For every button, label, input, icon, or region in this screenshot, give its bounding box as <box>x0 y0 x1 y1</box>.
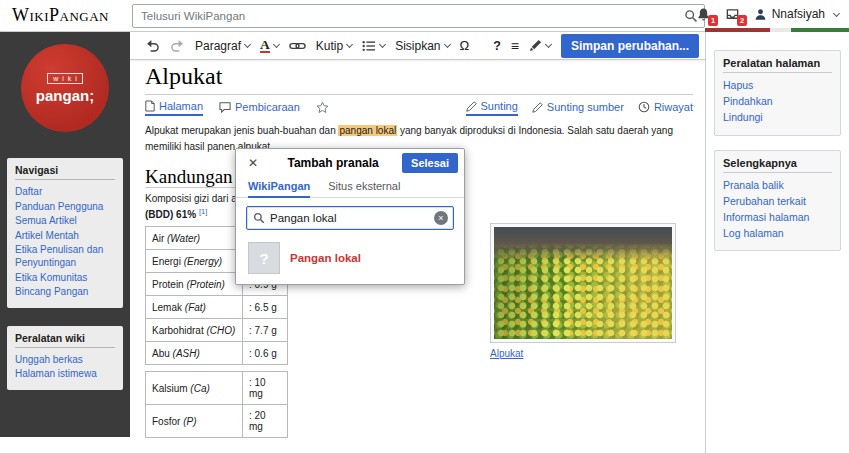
sidebar-section-title: Peralatan halaman <box>723 57 832 73</box>
nutrient-name: Protein <box>152 279 184 290</box>
result-page-title: Pangan lokal <box>290 252 361 264</box>
link-button[interactable] <box>284 32 311 59</box>
nutrient-value: : 10 mg <box>243 372 288 405</box>
sidebar-item-unggah-berkas[interactable]: Unggah berkas <box>15 353 115 366</box>
tab-label: Pembicaraan <box>235 101 300 113</box>
page-tools-sidebar: Peralatan halaman Hapus Pindahkan Lindun… <box>705 32 849 453</box>
help-icon: ? <box>493 39 501 53</box>
visual-editor-toolbar: Paragraf A Kutip Sisipkan Ω ? ≡ <box>130 32 705 60</box>
clear-icon[interactable]: × <box>434 211 448 225</box>
tab-label: Riwayat <box>654 101 693 113</box>
insert-dropdown[interactable]: Sisipkan <box>390 32 454 59</box>
sidebar-section-title: Peralatan wiki <box>15 332 115 348</box>
left-sidebar: wiki pangan; Navigasi Daftar Panduan Pen… <box>0 32 130 437</box>
redo-button[interactable] <box>165 32 190 59</box>
tab-sunting[interactable]: Sunting <box>466 100 518 116</box>
sidebar-item-lindungi[interactable]: Lindungi <box>723 110 832 124</box>
link-search-input[interactable] <box>270 212 434 224</box>
tab-riwayat[interactable]: Riwayat <box>638 100 693 116</box>
page-options-button[interactable]: ≡ <box>506 32 524 59</box>
paragraph-format-dropdown[interactable]: Paragraf <box>190 32 255 59</box>
alerts-button[interactable]: 1 <box>696 7 711 22</box>
sidebar-item-log-halaman[interactable]: Log halaman <box>723 226 832 240</box>
undo-button[interactable] <box>140 32 165 59</box>
nutrient-name: Lemak <box>152 302 182 313</box>
sidebar-item-hapus[interactable]: Hapus <box>723 78 832 92</box>
alerts-badge: 1 <box>708 15 717 26</box>
redo-icon <box>170 39 185 52</box>
page-title: Alpukat <box>145 63 693 95</box>
cite-dropdown[interactable]: Kutip <box>311 32 357 59</box>
search-icon <box>247 212 270 224</box>
text-style-icon: A <box>260 38 270 53</box>
wiki-logo[interactable]: wiki pangan; <box>21 44 109 132</box>
sidebar-item-pindahkan[interactable]: Pindahkan <box>723 94 832 108</box>
page-tabs: Halaman Pembicaraan Sunting <box>145 100 693 116</box>
logo-word-top: wiki <box>47 73 83 84</box>
done-button[interactable]: Selesai <box>402 153 458 173</box>
sidebar-section-peralatan-wiki: Peralatan wiki Unggah berkas Halaman ist… <box>7 326 123 390</box>
theme-stripe <box>705 28 849 32</box>
tab-label: Sunting sumber <box>547 101 624 113</box>
nutrient-name: Air <box>152 233 164 244</box>
user-icon <box>754 8 767 21</box>
chevron-down-icon <box>379 41 386 48</box>
search-input[interactable] <box>133 10 682 22</box>
sidebar-item-etika-penulisan[interactable]: Etika Penulisan dan Penyuntingan <box>15 243 115 269</box>
tab-wikipangan[interactable]: WikiPangan <box>248 177 310 198</box>
help-button[interactable]: ? <box>488 32 506 59</box>
sidebar-item-pranala-balik[interactable]: Pranala balik <box>723 178 832 192</box>
nutrient-name-en: (CHO) <box>206 325 235 336</box>
list-structure-dropdown[interactable] <box>357 32 390 59</box>
sidebar-item-bincang-pangan[interactable]: Bincang Pangan <box>15 285 115 298</box>
cite-label: Kutip <box>316 39 343 53</box>
edit-mode-dropdown[interactable] <box>524 32 556 59</box>
tab-situs-eksternal[interactable]: Situs eksternal <box>328 177 400 197</box>
special-character-button[interactable]: Ω <box>455 32 475 59</box>
messages-button[interactable]: 2 <box>725 7 740 22</box>
nutrient-name: Energi <box>152 256 181 267</box>
tab-pembicaraan[interactable]: Pembicaraan <box>219 101 300 115</box>
selected-link-text[interactable]: pangan lokal <box>338 125 397 136</box>
bullet-list-icon <box>362 40 376 52</box>
sidebar-item-informasi-halaman[interactable]: Informasi halaman <box>723 210 832 224</box>
tab-halaman[interactable]: Halaman <box>145 100 203 116</box>
paragraph-format-label: Paragraf <box>195 39 241 53</box>
link-icon <box>289 41 306 51</box>
article-image-frame[interactable] <box>490 223 676 343</box>
tab-sunting-sumber[interactable]: Sunting sumber <box>532 100 624 116</box>
placeholder-icon: ? <box>248 242 280 274</box>
close-icon[interactable]: ✕ <box>242 154 264 172</box>
logo-word-main: pangan; <box>36 87 94 104</box>
sidebar-item-halaman-istimewa[interactable]: Halaman istimewa <box>15 367 115 380</box>
talk-icon <box>219 102 231 113</box>
dialog-title: Tambah pranala <box>264 156 402 170</box>
site-wordmark[interactable]: WikiPangan <box>12 5 109 26</box>
stripe-green <box>791 28 849 32</box>
sidebar-item-daftar[interactable]: Daftar <box>15 185 115 198</box>
reference-link[interactable]: [1] <box>199 207 207 216</box>
nutrient-name-en: (P) <box>183 416 196 427</box>
sidebar-section-selengkapnya: Selengkapnya Pranala balik Perubahan ter… <box>714 150 841 252</box>
undo-icon <box>145 39 160 52</box>
watch-star-button[interactable] <box>316 101 329 116</box>
insert-label: Sisipkan <box>395 39 440 53</box>
nutrient-name: Fosfor <box>152 416 180 427</box>
sidebar-item-etika-komunitas[interactable]: Etika Komunitas <box>15 271 115 284</box>
sidebar-item-artikel-mentah[interactable]: Artikel Mentah <box>15 229 115 242</box>
link-search-field: × <box>246 206 454 230</box>
nutrient-name: Karbohidrat <box>152 325 204 336</box>
sidebar-item-perubahan-terkait[interactable]: Perubahan terkait <box>723 194 832 208</box>
save-changes-button[interactable]: Simpan perubahan... <box>561 34 699 58</box>
image-caption-link[interactable]: Alpukat <box>490 348 523 359</box>
nutrient-name: Kalsium <box>152 383 188 394</box>
sidebar-item-panduan-pengguna[interactable]: Panduan Pengguna <box>15 200 115 213</box>
user-menu[interactable]: Nnafsiyah <box>754 7 839 21</box>
link-search-result[interactable]: ? Pangan lokal <box>236 236 464 284</box>
table-row: Lemak (Fat) : 6.5 g <box>146 296 288 319</box>
sidebar-item-semua-artikel[interactable]: Semua Artikel <box>15 214 115 227</box>
text-style-dropdown[interactable]: A <box>255 32 284 59</box>
nutrient-name-en: (Fat) <box>185 302 206 313</box>
star-icon <box>316 101 329 114</box>
sidebar-section-title: Selengkapnya <box>723 157 832 173</box>
